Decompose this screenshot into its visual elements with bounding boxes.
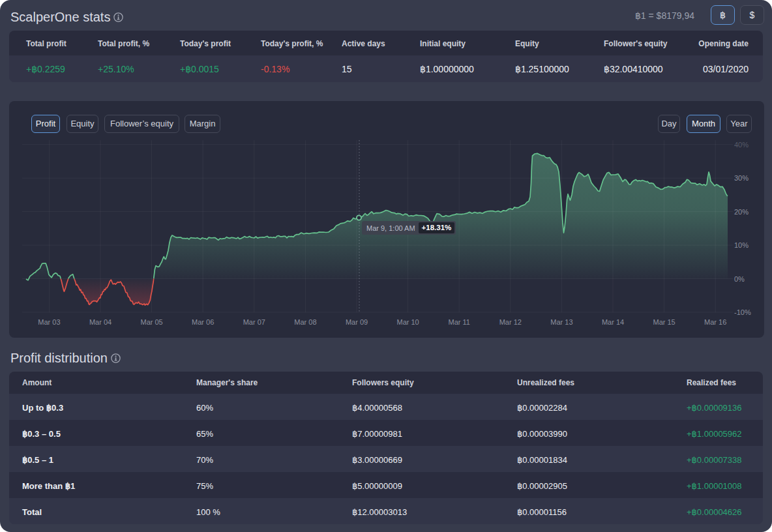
svg-text:Mar 12: Mar 12 bbox=[499, 318, 522, 326]
svg-text:40%: 40% bbox=[734, 141, 749, 149]
svg-text:Mar 11: Mar 11 bbox=[448, 318, 469, 326]
svg-text:Mar 09: Mar 09 bbox=[346, 318, 368, 326]
svg-text:Mar 10: Mar 10 bbox=[396, 318, 419, 326]
svg-text:0%: 0% bbox=[734, 275, 745, 283]
svg-text:20%: 20% bbox=[734, 208, 749, 216]
svg-text:Mar 15: Mar 15 bbox=[653, 318, 675, 326]
svg-text:Mar 06: Mar 06 bbox=[192, 318, 214, 326]
svg-text:Mar 04: Mar 04 bbox=[89, 318, 111, 326]
svg-text:Mar 05: Mar 05 bbox=[140, 318, 162, 326]
svg-text:Mar 03: Mar 03 bbox=[38, 318, 60, 326]
svg-text:Mar 14: Mar 14 bbox=[602, 318, 624, 326]
svg-text:Mar 07: Mar 07 bbox=[243, 318, 265, 326]
svg-text:Mar 08: Mar 08 bbox=[294, 318, 316, 326]
svg-text:-10%: -10% bbox=[734, 308, 751, 316]
svg-text:30%: 30% bbox=[734, 174, 749, 182]
svg-text:Mar 13: Mar 13 bbox=[550, 318, 572, 326]
svg-text:10%: 10% bbox=[734, 241, 749, 249]
svg-text:Mar 16: Mar 16 bbox=[704, 318, 726, 326]
